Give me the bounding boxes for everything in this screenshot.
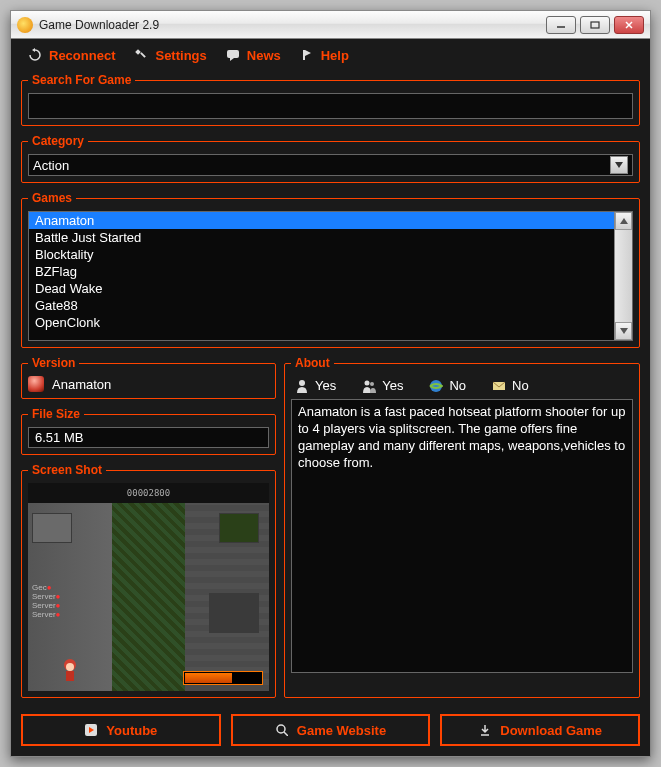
about-legend: About: [291, 356, 334, 370]
list-item[interactable]: Battle Just Started: [29, 229, 614, 246]
news-label: News: [247, 48, 281, 63]
svg-point-17: [277, 725, 285, 733]
svg-point-11: [299, 380, 305, 386]
svg-rect-1: [591, 22, 599, 28]
version-name: Anamaton: [52, 377, 111, 392]
titlebar[interactable]: Game Downloader 2.9: [11, 11, 650, 39]
feature-email: No: [512, 378, 529, 393]
svg-point-12: [365, 380, 370, 385]
app-window: Game Downloader 2.9 Reconnect: [10, 10, 651, 757]
maximize-button[interactable]: [580, 16, 610, 34]
online-icon: [429, 379, 443, 393]
version-legend: Version: [28, 356, 79, 370]
play-icon: [84, 723, 98, 737]
help-label: Help: [321, 48, 349, 63]
games-list[interactable]: Anamaton Battle Just Started Blocktality…: [28, 211, 633, 341]
search-group: Search For Game: [21, 73, 640, 126]
filesize-legend: File Size: [28, 407, 84, 421]
multi-player-icon: [362, 379, 376, 393]
category-legend: Category: [28, 134, 88, 148]
svg-rect-4: [136, 49, 142, 55]
minimize-button[interactable]: [546, 16, 576, 34]
category-select[interactable]: Action: [28, 154, 633, 176]
help-icon: [299, 47, 315, 63]
screenshot-image: 00002800 Hold Out 00:42 Gec●Server●Serve…: [28, 483, 269, 691]
scroll-up-button[interactable]: [615, 212, 632, 230]
website-label: Game Website: [297, 723, 386, 738]
search-legend: Search For Game: [28, 73, 135, 87]
scroll-track[interactable]: [615, 230, 632, 322]
svg-rect-10: [66, 671, 74, 681]
youtube-button[interactable]: Youtube: [21, 714, 221, 746]
game-character-icon: [28, 376, 44, 392]
list-item[interactable]: Gate88: [29, 297, 614, 314]
close-button[interactable]: [614, 16, 644, 34]
window-title: Game Downloader 2.9: [39, 18, 159, 32]
feature-multi: Yes: [382, 378, 403, 393]
magnify-icon: [275, 723, 289, 737]
dropdown-arrow-icon: [610, 156, 628, 174]
about-group: About Yes Yes: [284, 356, 640, 698]
email-icon: [492, 379, 506, 393]
scroll-down-button[interactable]: [615, 322, 632, 340]
about-description: Anamaton is a fast paced hotseat platfor…: [291, 399, 633, 673]
list-item[interactable]: Blocktality: [29, 246, 614, 263]
healthbar: [183, 671, 263, 685]
character-sprite: [58, 657, 82, 683]
feature-single: Yes: [315, 378, 336, 393]
reconnect-icon: [27, 47, 43, 63]
youtube-label: Youtube: [106, 723, 157, 738]
news-icon: [225, 47, 241, 63]
category-group: Category Action: [21, 134, 640, 183]
svg-line-18: [284, 732, 288, 736]
settings-icon: [133, 47, 149, 63]
toolbar: Reconnect Settings News Help: [21, 45, 640, 73]
settings-label: Settings: [155, 48, 206, 63]
app-icon: [17, 17, 33, 33]
svg-rect-7: [303, 50, 305, 60]
filesize-group: File Size 6.51 MB: [21, 407, 276, 455]
search-input[interactable]: [28, 93, 633, 119]
feature-online: No: [449, 378, 466, 393]
filesize-value: 6.51 MB: [28, 427, 269, 448]
list-item[interactable]: Anamaton: [29, 212, 614, 229]
scrollbar[interactable]: [614, 212, 632, 340]
screenshot-group: Screen Shot 00002800 Hold Out 00:42 Gec●…: [21, 463, 276, 698]
version-group: Version Anamaton: [21, 356, 276, 399]
game-website-button[interactable]: Game Website: [231, 714, 431, 746]
svg-rect-5: [141, 52, 147, 58]
screenshot-legend: Screen Shot: [28, 463, 106, 477]
download-label: Download Game: [500, 723, 602, 738]
list-item[interactable]: BZFlag: [29, 263, 614, 280]
svg-point-13: [370, 382, 374, 386]
svg-rect-6: [227, 50, 239, 58]
games-group: Games Anamaton Battle Just Started Block…: [21, 191, 640, 348]
news-button[interactable]: News: [225, 47, 281, 63]
category-value: Action: [33, 158, 69, 173]
list-item[interactable]: Dead Wake: [29, 280, 614, 297]
screenshot-score: 00002800: [127, 488, 170, 498]
download-icon: [478, 723, 492, 737]
single-player-icon: [295, 379, 309, 393]
help-button[interactable]: Help: [299, 47, 349, 63]
about-features: Yes Yes No: [291, 376, 633, 395]
download-game-button[interactable]: Download Game: [440, 714, 640, 746]
list-item[interactable]: OpenClonk: [29, 314, 614, 331]
reconnect-button[interactable]: Reconnect: [27, 47, 115, 63]
games-legend: Games: [28, 191, 76, 205]
settings-button[interactable]: Settings: [133, 47, 206, 63]
reconnect-label: Reconnect: [49, 48, 115, 63]
svg-point-9: [66, 663, 74, 671]
